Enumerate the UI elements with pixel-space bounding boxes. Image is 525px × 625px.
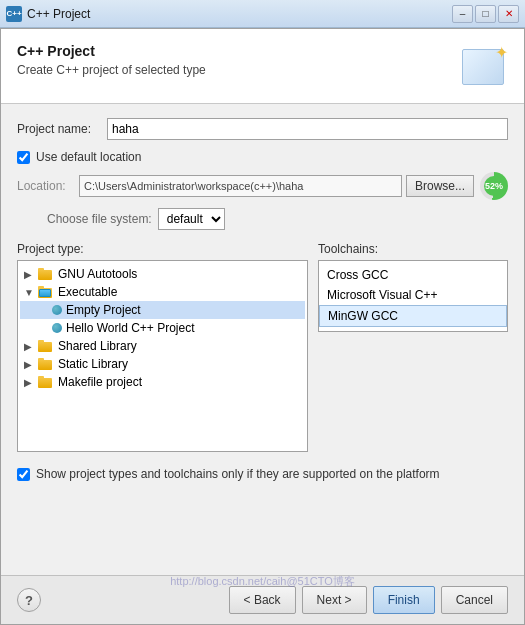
tree-item-gnu-autotools[interactable]: ▶ GNU Autotools	[20, 265, 305, 283]
folder-icon-shared-library	[38, 340, 54, 352]
dialog-body: Project name: Use default location Locat…	[1, 104, 524, 575]
project-name-row: Project name:	[17, 118, 508, 140]
minimize-button[interactable]: –	[452, 5, 473, 23]
header-text: C++ Project Create C++ project of select…	[17, 43, 206, 77]
help-button[interactable]: ?	[17, 588, 41, 612]
platform-checkbox[interactable]	[17, 468, 30, 481]
toolchains-section: Toolchains: Cross GCC Microsoft Visual C…	[318, 242, 508, 452]
dialog-footer: ? < Back Next > Finish Cancel	[1, 575, 524, 624]
dialog-title: C++ Project	[17, 43, 206, 59]
folder-icon-static-library	[38, 358, 54, 370]
toolchains-label: Toolchains:	[318, 242, 508, 256]
toolchain-cross-gcc[interactable]: Cross GCC	[319, 265, 507, 285]
tree-label-executable: Executable	[58, 285, 117, 299]
dialog-header: C++ Project Create C++ project of select…	[1, 29, 524, 104]
project-type-tree[interactable]: ▶ GNU Autotools ▼	[17, 260, 308, 452]
spark-icon: ✦	[495, 43, 508, 62]
project-type-section: Project type: ▶ GNU Autotools ▼	[17, 242, 308, 452]
back-button[interactable]: < Back	[229, 586, 296, 614]
toolchain-label-mingw-gcc: MinGW GCC	[328, 309, 398, 323]
next-button[interactable]: Next >	[302, 586, 367, 614]
filesystem-row: Choose file system: default	[17, 208, 508, 230]
filesystem-label: Choose file system:	[47, 212, 152, 226]
arrow-gnu-autotools: ▶	[24, 269, 36, 280]
tree-label-hello-world: Hello World C++ Project	[66, 321, 195, 335]
project-name-input[interactable]	[107, 118, 508, 140]
use-default-location-label: Use default location	[36, 150, 141, 164]
toolchain-ms-visual-cpp[interactable]: Microsoft Visual C++	[319, 285, 507, 305]
footer-buttons: < Back Next > Finish Cancel	[229, 586, 508, 614]
tree-item-executable[interactable]: ▼ Executable	[20, 283, 305, 301]
bullet-icon-hello-world	[52, 323, 62, 333]
folder-icon-gnu-autotools	[38, 268, 54, 280]
toolchain-mingw-gcc[interactable]: MinGW GCC	[319, 305, 507, 327]
header-icon: ✦	[460, 43, 508, 91]
dialog: C++ Project Create C++ project of select…	[0, 28, 525, 625]
platform-checkbox-row: Show project types and toolchains only i…	[17, 462, 508, 487]
arrow-executable: ▼	[24, 287, 36, 298]
finish-button[interactable]: Finish	[373, 586, 435, 614]
tree-item-static-library[interactable]: ▶ Static Library	[20, 355, 305, 373]
arrow-static-library: ▶	[24, 359, 36, 370]
app-icon: C++	[6, 6, 22, 22]
project-name-label: Project name:	[17, 122, 107, 136]
use-default-location-checkbox[interactable]	[17, 151, 30, 164]
tree-item-empty-project[interactable]: Empty Project	[20, 301, 305, 319]
type-toolchain-panels: Project type: ▶ GNU Autotools ▼	[17, 242, 508, 452]
dialog-subtitle: Create C++ project of selected type	[17, 63, 206, 77]
titlebar: C++ C++ Project – □ ✕	[0, 0, 525, 28]
tree-label-empty-project: Empty Project	[66, 303, 141, 317]
tree-label-static-library: Static Library	[58, 357, 128, 371]
location-input[interactable]	[79, 175, 402, 197]
tree-item-hello-world[interactable]: Hello World C++ Project	[20, 319, 305, 337]
browse-button[interactable]: Browse...	[406, 175, 474, 197]
tree-item-shared-library[interactable]: ▶ Shared Library	[20, 337, 305, 355]
app-icon-text: C++	[6, 9, 21, 18]
tree-label-makefile: Makefile project	[58, 375, 142, 389]
progress-value: 52%	[484, 176, 504, 196]
cancel-button[interactable]: Cancel	[441, 586, 508, 614]
toolchain-label-cross-gcc: Cross GCC	[327, 268, 388, 282]
footer-left: ?	[17, 588, 41, 612]
filesystem-select[interactable]: default	[158, 208, 225, 230]
progress-indicator: 52%	[480, 172, 508, 200]
bullet-icon-empty-project	[52, 305, 62, 315]
close-button[interactable]: ✕	[498, 5, 519, 23]
folder-icon-makefile	[38, 376, 54, 388]
arrow-makefile: ▶	[24, 377, 36, 388]
location-row: Location: Browse... 52%	[17, 172, 508, 200]
toolchains-list[interactable]: Cross GCC Microsoft Visual C++ MinGW GCC	[318, 260, 508, 332]
tree-label-shared-library: Shared Library	[58, 339, 137, 353]
arrow-shared-library: ▶	[24, 341, 36, 352]
platform-checkbox-label: Show project types and toolchains only i…	[36, 466, 440, 483]
toolchain-label-ms-visual-cpp: Microsoft Visual C++	[327, 288, 438, 302]
project-type-label: Project type:	[17, 242, 308, 256]
folder-icon-executable	[38, 286, 54, 298]
use-default-location-row: Use default location	[17, 150, 508, 164]
location-label: Location:	[17, 179, 79, 193]
restore-button[interactable]: □	[475, 5, 496, 23]
window-title: C++ Project	[27, 7, 452, 21]
tree-item-makefile[interactable]: ▶ Makefile project	[20, 373, 305, 391]
window-controls: – □ ✕	[452, 5, 519, 23]
tree-label-gnu-autotools: GNU Autotools	[58, 267, 137, 281]
